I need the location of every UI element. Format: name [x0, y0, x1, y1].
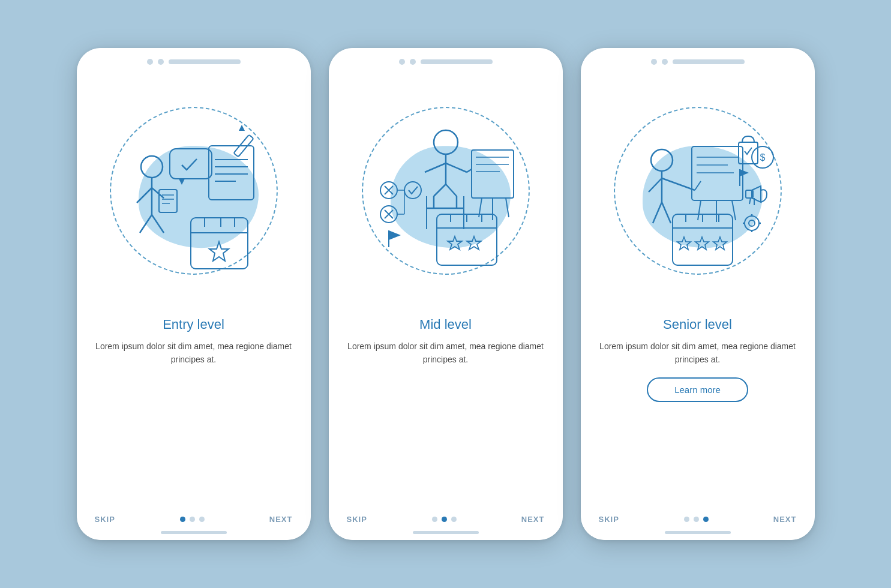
- phone-senior-level: $: [581, 48, 815, 540]
- status-dot-6: [662, 59, 668, 65]
- dot-3-1: [694, 517, 699, 522]
- dots-2: [432, 517, 457, 522]
- status-dot-1: [147, 59, 153, 65]
- svg-line-43: [467, 169, 472, 172]
- svg-line-28: [425, 163, 446, 172]
- senior-level-desc: Lorem ipsum dolor sit dim amet, mea regi…: [599, 340, 797, 367]
- svg-point-63: [651, 149, 673, 171]
- status-bar-line-2: [421, 59, 493, 64]
- entry-level-illustration: [104, 101, 284, 281]
- senior-level-title: Senior level: [599, 317, 797, 332]
- illustration-senior: $: [581, 71, 815, 311]
- svg-marker-11: [179, 179, 185, 185]
- senior-level-illustration: $: [608, 97, 788, 277]
- status-bar-line-1: [169, 59, 241, 64]
- svg-line-76: [695, 181, 701, 190]
- senior-level-nav: SKIP NEXT: [581, 510, 815, 524]
- mid-level-desc: Lorem ipsum dolor sit dim amet, mea regi…: [347, 340, 545, 367]
- dot-1-2: [199, 517, 205, 522]
- svg-point-84: [745, 216, 759, 230]
- phone-mid-level: Mid level Lorem ipsum dolor sit dim amet…: [329, 48, 563, 540]
- dot-3-2: [703, 517, 709, 522]
- mid-level-text: Mid level Lorem ipsum dolor sit dim amet…: [329, 311, 563, 377]
- svg-line-2: [137, 188, 152, 203]
- next-button-3[interactable]: NEXT: [773, 515, 797, 524]
- next-button-2[interactable]: NEXT: [521, 515, 545, 524]
- status-bar-1: [77, 59, 311, 71]
- svg-line-5: [152, 215, 164, 233]
- status-dot-3: [399, 59, 405, 65]
- svg-marker-97: [677, 237, 691, 250]
- svg-marker-62: [467, 236, 481, 250]
- svg-line-31: [446, 184, 457, 196]
- dot-1-0: [180, 517, 185, 522]
- skip-button-1[interactable]: SKIP: [95, 515, 115, 524]
- svg-line-68: [662, 202, 671, 223]
- svg-marker-98: [695, 237, 709, 250]
- status-bar-line-3: [673, 59, 745, 64]
- illustration-mid: [329, 71, 563, 311]
- learn-more-button[interactable]: Learn more: [647, 377, 748, 402]
- home-indicator-1: [161, 531, 227, 534]
- phones-container: Entry level Lorem ipsum dolor sit dim am…: [77, 48, 815, 540]
- svg-marker-91: [740, 169, 749, 176]
- svg-marker-24: [209, 242, 229, 261]
- next-button-1[interactable]: NEXT: [269, 515, 293, 524]
- dot-2-2: [451, 517, 457, 522]
- svg-line-67: [653, 202, 662, 223]
- dot-3-0: [684, 517, 689, 522]
- home-indicator-2: [413, 531, 479, 534]
- skip-button-2[interactable]: SKIP: [347, 515, 367, 524]
- svg-line-29: [434, 184, 446, 196]
- svg-marker-99: [713, 237, 727, 250]
- svg-point-25: [434, 130, 458, 154]
- dot-2-0: [432, 517, 437, 522]
- svg-line-65: [662, 178, 695, 190]
- skip-button-3[interactable]: SKIP: [599, 515, 619, 524]
- svg-line-41: [506, 198, 509, 217]
- status-bar-3: [581, 59, 815, 71]
- svg-rect-6: [159, 190, 177, 212]
- phone-entry-level: Entry level Lorem ipsum dolor sit dim am…: [77, 48, 311, 540]
- status-dot-5: [651, 59, 657, 65]
- svg-text:$: $: [760, 152, 765, 163]
- entry-level-title: Entry level: [95, 317, 293, 332]
- svg-line-73: [698, 200, 701, 220]
- status-dot-4: [410, 59, 416, 65]
- dot-2-1: [442, 517, 447, 522]
- svg-line-27: [446, 163, 467, 172]
- svg-rect-10: [170, 149, 212, 179]
- mid-level-nav: SKIP NEXT: [329, 510, 563, 524]
- svg-point-0: [141, 156, 163, 178]
- illustration-entry: [77, 71, 311, 311]
- svg-rect-69: [692, 146, 743, 200]
- mid-level-title: Mid level: [347, 317, 545, 332]
- status-dot-2: [158, 59, 164, 65]
- entry-level-nav: SKIP NEXT: [77, 510, 311, 524]
- entry-level-desc: Lorem ipsum dolor sit dim amet, mea regi…: [95, 340, 293, 367]
- dots-1: [180, 517, 205, 522]
- dots-3: [684, 517, 709, 522]
- status-bar-2: [329, 59, 563, 71]
- svg-line-4: [140, 215, 152, 233]
- svg-point-85: [749, 220, 755, 226]
- dot-1-1: [190, 517, 195, 522]
- svg-marker-55: [389, 230, 401, 240]
- entry-level-text: Entry level Lorem ipsum dolor sit dim am…: [77, 311, 311, 377]
- svg-marker-61: [448, 236, 462, 250]
- svg-marker-18: [239, 125, 245, 131]
- mid-level-illustration: [356, 97, 536, 277]
- home-indicator-3: [665, 531, 731, 534]
- svg-line-66: [649, 178, 662, 192]
- svg-rect-12: [209, 146, 254, 200]
- svg-point-50: [404, 182, 421, 199]
- svg-line-82: [749, 198, 751, 204]
- senior-level-text: Senior level Lorem ipsum dolor sit dim a…: [581, 311, 815, 408]
